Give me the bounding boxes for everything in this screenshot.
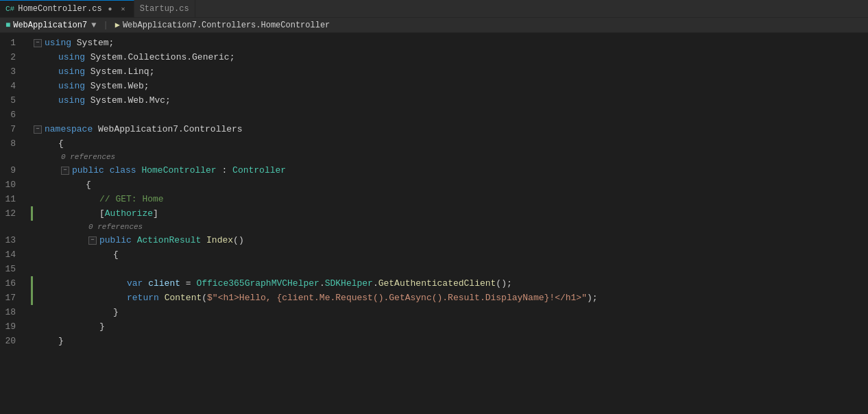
code-line: // GET: Home [31, 192, 868, 206]
token-kw: public [99, 233, 132, 247]
line-number: 19 [0, 319, 23, 334]
token-comment: // GET: Home [99, 192, 164, 206]
token-plain: } [113, 305, 119, 319]
code-line: } [31, 334, 868, 348]
token-plain: System; [71, 36, 114, 50]
breadcrumb-icon: ▶ [115, 20, 120, 30]
change-indicator [31, 291, 33, 305]
token-attr: client [148, 276, 180, 291]
code-line: −public ActionResult Index() [31, 233, 868, 247]
collapse-button[interactable]: − [34, 39, 42, 47]
token-kw: var [127, 276, 143, 291]
line-number: 15 [0, 262, 23, 276]
line-number: 6 [0, 108, 23, 122]
token-method: Content [165, 291, 202, 305]
token-kw: return [127, 291, 159, 305]
line-number: 7 [0, 122, 23, 136]
code-line: var client = Office365GraphMVCHelper.SDK… [31, 276, 868, 291]
token-kw: using [45, 36, 71, 50]
token-plain [159, 291, 165, 305]
tab-label: HomeController.cs [18, 4, 101, 14]
line-numbers: 1234567891011121314151617181920 [0, 36, 31, 348]
token-kw: using [58, 64, 85, 79]
breadcrumb[interactable]: WebApplication7.Controllers.HomeControll… [123, 21, 330, 30]
line-number: 17 [0, 291, 23, 305]
code-content[interactable]: −using System;using System.Collections.G… [31, 36, 868, 348]
token-type: Controller [232, 163, 286, 178]
tab-modified-dot: ● [106, 4, 115, 14]
code-line [31, 108, 868, 122]
line-number: 14 [0, 247, 23, 262]
token-plain: () [233, 233, 244, 247]
code-line: −public class HomeController : Controlle… [31, 163, 868, 178]
ref-hint-line: 0 references [31, 221, 868, 233]
project-label[interactable]: WebApplication7 [13, 21, 87, 30]
ref-hint-line: 0 references [31, 151, 868, 163]
token-kw: using [58, 93, 85, 108]
token-plain: . [320, 276, 325, 291]
line-number: 16 [0, 276, 23, 291]
token-kw: using [58, 50, 85, 64]
tab-label: Startup.cs [140, 4, 189, 14]
line-number: 9 [0, 163, 23, 178]
token-plain [132, 233, 137, 247]
token-plain: { [113, 247, 119, 262]
token-kw: public [72, 163, 104, 178]
token-plain [143, 276, 148, 291]
code-line: using System.Web; [31, 79, 868, 93]
line-number: 2 [0, 50, 23, 64]
code-line: [Authorize] [31, 206, 868, 221]
token-type: ActionResult [137, 233, 202, 247]
token-string: $"<h1>Hello, {client.Me.Request().GetAsy… [207, 291, 587, 305]
token-plain: System.Collections.Generic; [85, 50, 234, 64]
token-plain: WebApplication7.Controllers [93, 122, 242, 136]
editor[interactable]: 1234567891011121314151617181920 −using S… [0, 33, 868, 348]
code-line: { [31, 136, 868, 151]
token-plain [104, 163, 110, 178]
token-plain: ( [202, 291, 207, 305]
token-plain: System.Web; [85, 79, 149, 93]
tab-bar: C# HomeController.cs ● ✕ Startup.cs [0, 0, 868, 18]
line-number-blank [0, 151, 23, 163]
token-plain: : [217, 163, 232, 178]
tab-icon: C# [5, 5, 14, 13]
token-plain: ); [587, 291, 598, 305]
tab-homecontroller[interactable]: C# HomeController.cs ● ✕ [0, 0, 134, 17]
code-line: using System.Collections.Generic; [31, 50, 868, 64]
token-plain [136, 163, 142, 178]
project-icon: ■ [5, 21, 10, 30]
line-number: 20 [0, 334, 23, 348]
token-plain: { [58, 136, 64, 151]
token-plain: ] [153, 206, 158, 221]
nav-bar: ■ WebApplication7 ▼ | ▶ WebApplication7.… [0, 18, 868, 33]
line-number: 4 [0, 79, 23, 93]
tab-close-button[interactable]: ✕ [119, 4, 128, 14]
line-number: 8 [0, 136, 23, 151]
token-kw: class [110, 163, 136, 178]
collapse-button[interactable]: − [61, 167, 69, 175]
token-plain: = [180, 276, 196, 291]
change-indicator [31, 206, 33, 221]
token-kw: using [58, 79, 85, 93]
dropdown-icon[interactable]: ▼ [91, 21, 96, 30]
code-line: using System.Linq; [31, 64, 868, 79]
token-plain: System.Web.Mvc; [85, 93, 171, 108]
line-number: 18 [0, 305, 23, 319]
app-container: C# HomeController.cs ● ✕ Startup.cs ■ We… [0, 0, 868, 348]
code-line: } [31, 319, 868, 334]
line-number: 11 [0, 192, 23, 206]
code-area: 1234567891011121314151617181920 −using S… [0, 33, 868, 348]
collapse-button[interactable]: − [88, 236, 97, 245]
code-line: { [31, 247, 868, 262]
collapse-button[interactable]: − [34, 125, 42, 134]
token-plain: . [373, 276, 378, 291]
code-line: } [31, 305, 868, 319]
code-line: using System.Web.Mvc; [31, 93, 868, 108]
line-number: 3 [0, 64, 23, 79]
line-number-blank [0, 221, 23, 233]
tab-startup[interactable]: Startup.cs [134, 0, 195, 17]
token-type: HomeController [141, 163, 216, 178]
code-line: return Content($"<h1>Hello, {client.Me.R… [31, 291, 868, 305]
token-plain [201, 233, 206, 247]
token-type: Office365GraphMVCHelper [196, 276, 319, 291]
